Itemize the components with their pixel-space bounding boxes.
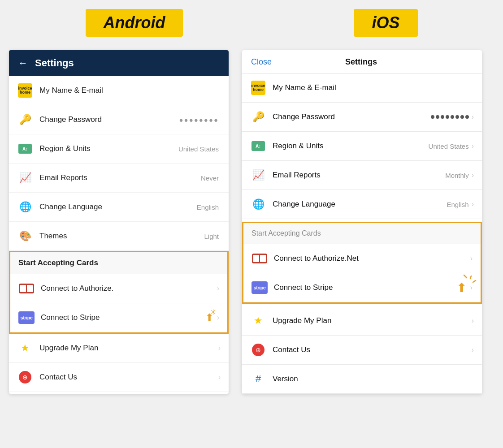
hash-icon: # [250,371,266,387]
language-value: English [197,203,219,211]
android-header: ← Settings [9,50,229,76]
ios-item-contact[interactable]: ⊕ Contact Us › [242,336,482,365]
ios-globe-icon: 🌐 [250,196,266,212]
android-item-upgrade[interactable]: ★ Upgrade My Plan › [9,334,229,363]
ios-key-icon: 🔑 [250,109,266,125]
ios-password-chevron: › [472,113,474,121]
ios-settings-list: invoicehome My Name & E-mail 🔑 Change Pa… [242,73,482,219]
ios-contact-chevron: › [472,346,474,354]
ios-authorize-chevron: › [470,254,473,263]
ios-header: Close Settings [242,50,482,73]
ios-password-label: Change Password [273,112,431,121]
name-email-label: My Name & E-mail [39,86,221,95]
ios-accepting-header: Start Accepting Cards [243,223,481,244]
android-item-authorize[interactable]: Connect to Authorize. › [10,274,227,303]
ios-accepting-section: Start Accepting Cards Connect to Authori… [242,222,482,304]
ios-language-value: English [447,201,468,208]
invoice-home-icon: invoicehome [17,82,33,99]
ios-bottom-list: ★ Upgrade My Plan › ⊕ Contact Us › # Ver… [242,306,482,394]
svg-line-0 [464,275,467,278]
android-item-email-reports[interactable]: 📈 Email Reports Never [9,164,229,193]
ios-region-chevron: › [472,142,474,150]
ios-close-button[interactable]: Close [251,57,272,67]
android-item-stripe[interactable]: stripe Connect to Stripe ✳ ⬆ › [10,303,227,332]
android-settings-title: Settings [35,57,74,69]
ios-label: iOS [372,13,399,32]
ios-stripe-icon: stripe [252,280,268,296]
android-item-region[interactable]: A↕ Region & Units United States [9,134,229,164]
screens-row: ← Settings invoicehome My Name & E-mail … [0,41,503,403]
password-label: Change Password [39,115,179,124]
region-icon: A↕ [17,141,33,157]
android-badge: Android [86,9,183,37]
authorize-label: Connect to Authorize. [41,284,217,293]
ios-settings-title: Settings [345,57,377,67]
ios-name-email-label: My Name & E-mail [273,83,474,92]
ios-password-dots [431,115,469,119]
ios-email-reports-value: Monthly [445,172,469,179]
ios-screen: Close Settings invoicehome My Name & E-m… [242,50,482,394]
svg-line-1 [470,276,471,279]
ios-item-upgrade[interactable]: ★ Upgrade My Plan › [242,306,482,336]
ios-region-value: United States [429,142,469,150]
themes-label: Themes [39,232,204,241]
platform-row: Android iOS [0,0,503,41]
contact-chevron-android: › [218,373,221,381]
upgrade-chevron: › [218,344,221,352]
theme-icon: 🎨 [17,228,33,244]
chart-icon: 📈 [17,170,33,186]
android-item-language[interactable]: 🌐 Change Language English [9,193,229,222]
ios-email-reports-label: Email Reports [273,171,445,180]
android-label: Android [104,13,165,32]
key-icon: 🔑 [17,112,33,128]
ios-upgrade-label: Upgrade My Plan [273,316,472,325]
ios-badge: iOS [354,9,417,37]
android-accepting-header: Start Accepting Cards [10,252,227,274]
android-item-password[interactable]: 🔑 Change Password ●●●●●●●● [9,105,229,134]
ios-stripe-label: Connect to Stripe [274,283,456,292]
language-label: Change Language [39,202,197,211]
upgrade-label: Upgrade My Plan [39,344,218,353]
android-item-name-email[interactable]: invoicehome My Name & E-mail [9,76,229,105]
ios-item-name-email[interactable]: invoicehome My Name & E-mail [242,73,482,103]
contact-label-android: Contact Us [39,373,218,382]
ios-item-version[interactable]: # Version [242,365,482,394]
themes-value: Light [204,233,219,240]
ios-item-region[interactable]: A↕ Region & Units United States › [242,132,482,161]
android-bottom-list: ★ Upgrade My Plan › ⊕ Contact Us › [9,334,229,392]
email-reports-label: Email Reports [39,173,201,182]
ios-contact-icon: ⊕ [250,342,266,358]
region-value: United States [178,145,219,153]
svg-line-2 [473,280,476,282]
authorize-icon [18,280,35,297]
ios-email-reports-chevron: › [472,171,474,179]
ios-language-label: Change Language [273,200,447,209]
ios-upgrade-chevron: › [472,317,474,325]
cursor-rays-ios [454,274,477,294]
globe-icon: 🌐 [17,199,33,215]
ios-item-authorize[interactable]: Connect to Authorize.Net › [243,244,481,273]
ios-version-label: Version [273,375,474,383]
ios-item-email-reports[interactable]: 📈 Email Reports Monthly › [242,161,482,190]
ios-language-chevron: › [472,200,474,208]
ios-item-password[interactable]: 🔑 Change Password › [242,103,482,132]
password-dots: ●●●●●●●● [179,116,219,124]
stripe-icon: stripe [18,310,35,326]
email-reports-value: Never [201,174,219,182]
click-lines-android: ✳ [210,307,217,317]
ios-authorize-label: Connect to Authorize.Net [274,254,470,263]
ios-authorize-icon [252,250,268,267]
ios-region-icon: A↕ [250,138,266,154]
back-button[interactable]: ← [18,57,28,69]
ios-region-label: Region & Units [273,142,429,151]
android-item-contact[interactable]: ⊕ Contact Us › [9,363,229,392]
ios-chart-icon: 📈 [250,167,266,183]
android-settings-list: invoicehome My Name & E-mail 🔑 Change Pa… [9,76,229,251]
contact-icon-android: ⊕ [17,369,33,385]
ios-item-stripe[interactable]: stripe Connect to Stripe ⬆ › [243,273,481,302]
star-icon: ★ [17,340,33,356]
ios-item-language[interactable]: 🌐 Change Language English › [242,190,482,219]
android-item-themes[interactable]: 🎨 Themes Light [9,222,229,251]
ios-contact-label: Contact Us [273,345,472,354]
ios-star-icon: ★ [250,313,266,329]
